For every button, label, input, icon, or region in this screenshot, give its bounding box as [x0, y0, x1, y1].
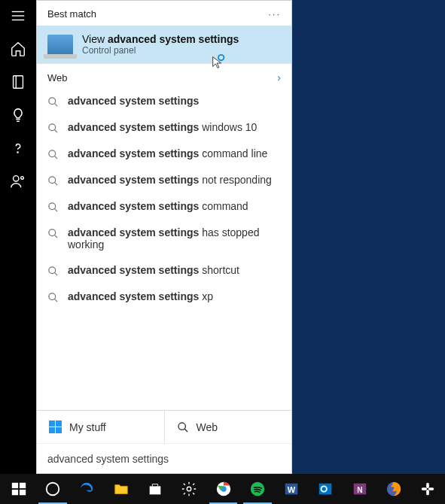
- suggestion-text: advanced system settings xp: [68, 290, 213, 302]
- chevron-right-icon: ›: [277, 71, 281, 83]
- svg-rect-46: [428, 487, 434, 490]
- bulb-icon[interactable]: [10, 107, 26, 123]
- svg-point-32: [187, 487, 191, 491]
- svg-rect-43: [427, 483, 430, 488]
- svg-point-6: [14, 176, 19, 181]
- suggestion-text: advanced system settings not responding: [68, 174, 272, 186]
- svg-line-24: [54, 299, 57, 302]
- search-icon: [47, 96, 59, 108]
- svg-rect-28: [20, 483, 26, 488]
- svg-rect-3: [14, 76, 23, 89]
- scope-tabs: My stuff Web: [37, 410, 291, 443]
- my-stuff-tab[interactable]: My stuff: [37, 410, 164, 443]
- suggestion-row[interactable]: advanced system settings: [37, 88, 291, 114]
- web-label: Web: [47, 72, 68, 83]
- svg-line-26: [184, 429, 187, 432]
- best-match-subtitle: Control panel: [82, 45, 239, 56]
- search-icon: [177, 421, 189, 433]
- svg-point-9: [49, 98, 56, 105]
- svg-line-22: [54, 272, 57, 275]
- word-icon[interactable]: W: [275, 474, 309, 504]
- suggestion-text: advanced system settings command line: [68, 147, 267, 159]
- store-icon[interactable]: [138, 474, 172, 504]
- firefox-icon[interactable]: [376, 474, 410, 504]
- search-icon: [47, 123, 59, 134]
- svg-point-23: [49, 293, 56, 300]
- best-match-label: Best match: [47, 8, 96, 20]
- onenote-icon[interactable]: N: [343, 474, 376, 504]
- web-header[interactable]: Web ›: [37, 63, 291, 88]
- taskbar: W N: [0, 474, 445, 504]
- suggestion-row[interactable]: advanced system settings has stopped wor…: [37, 220, 291, 257]
- svg-point-21: [49, 267, 56, 274]
- my-stuff-label: My stuff: [69, 421, 106, 433]
- suggestion-text: advanced system settings: [68, 95, 199, 107]
- svg-point-5: [17, 152, 18, 153]
- suggestion-text: advanced system settings command: [68, 200, 248, 212]
- svg-line-10: [54, 103, 57, 106]
- account-icon[interactable]: [10, 173, 26, 190]
- suggestion-text: advanced system settings has stopped wor…: [68, 226, 281, 250]
- control-panel-icon: [47, 35, 73, 54]
- suggestion-text: advanced system settings shortcut: [68, 264, 239, 276]
- search-input-value: advanced system settings: [47, 453, 169, 465]
- chrome-icon[interactable]: [206, 474, 240, 504]
- suggestion-row[interactable]: advanced system settings windows 10: [37, 114, 291, 141]
- windows-logo-icon: [49, 421, 62, 433]
- svg-point-13: [49, 150, 56, 157]
- cortana-left-rail: [0, 0, 36, 474]
- home-icon[interactable]: [10, 41, 26, 57]
- search-icon: [47, 149, 59, 160]
- search-icon: [47, 228, 59, 239]
- suggestion-row[interactable]: advanced system settings shortcut: [37, 257, 291, 284]
- svg-rect-30: [20, 490, 26, 495]
- svg-line-20: [54, 235, 57, 238]
- search-panel: Best match ··· View advanced system sett…: [36, 0, 292, 474]
- best-match-bold: advanced system settings: [108, 33, 239, 45]
- notebook-icon[interactable]: [10, 74, 26, 90]
- edge-icon[interactable]: [70, 474, 104, 504]
- svg-rect-44: [427, 490, 430, 495]
- start-button[interactable]: [2, 474, 35, 504]
- outlook-icon[interactable]: [309, 474, 343, 504]
- search-input[interactable]: advanced system settings: [37, 443, 291, 473]
- svg-text:N: N: [357, 486, 362, 494]
- svg-rect-29: [11, 490, 17, 495]
- best-match-header: Best match ···: [37, 1, 291, 26]
- svg-line-18: [54, 208, 57, 211]
- svg-point-11: [49, 124, 56, 131]
- web-suggestions: advanced system settingsadvanced system …: [37, 88, 291, 310]
- spotify-icon[interactable]: [240, 474, 274, 504]
- svg-point-19: [49, 229, 56, 236]
- svg-line-16: [54, 182, 57, 185]
- svg-point-31: [47, 483, 59, 496]
- suggestion-row[interactable]: advanced system settings command: [37, 193, 291, 220]
- web-tab[interactable]: Web: [164, 410, 292, 443]
- suggestion-row[interactable]: advanced system settings xp: [37, 284, 291, 310]
- svg-point-8: [218, 55, 224, 60]
- web-tab-label: Web: [197, 421, 218, 433]
- more-icon[interactable]: ···: [268, 8, 281, 20]
- help-icon[interactable]: [10, 140, 26, 156]
- file-explorer-icon[interactable]: [104, 474, 138, 504]
- panel-spacer: [37, 310, 291, 410]
- slack-icon[interactable]: [411, 474, 445, 504]
- search-icon: [47, 202, 59, 213]
- search-icon: [47, 292, 59, 303]
- svg-text:W: W: [288, 485, 296, 494]
- search-icon: [47, 266, 59, 277]
- settings-icon[interactable]: [172, 474, 206, 504]
- svg-rect-27: [11, 483, 17, 488]
- best-match-result[interactable]: View advanced system settings Control pa…: [37, 26, 291, 63]
- suggestion-text: advanced system settings windows 10: [68, 121, 257, 133]
- suggestion-row[interactable]: advanced system settings not responding: [37, 167, 291, 193]
- svg-line-14: [54, 156, 57, 159]
- suggestion-row[interactable]: advanced system settings command line: [37, 141, 291, 167]
- hamburger-icon[interactable]: [10, 8, 26, 24]
- best-match-text: View advanced system settings Control pa…: [82, 33, 239, 56]
- cortana-button[interactable]: [35, 474, 69, 504]
- best-match-prefix: View: [82, 33, 108, 45]
- svg-point-7: [21, 177, 24, 180]
- search-icon: [47, 175, 59, 187]
- svg-point-15: [49, 177, 56, 184]
